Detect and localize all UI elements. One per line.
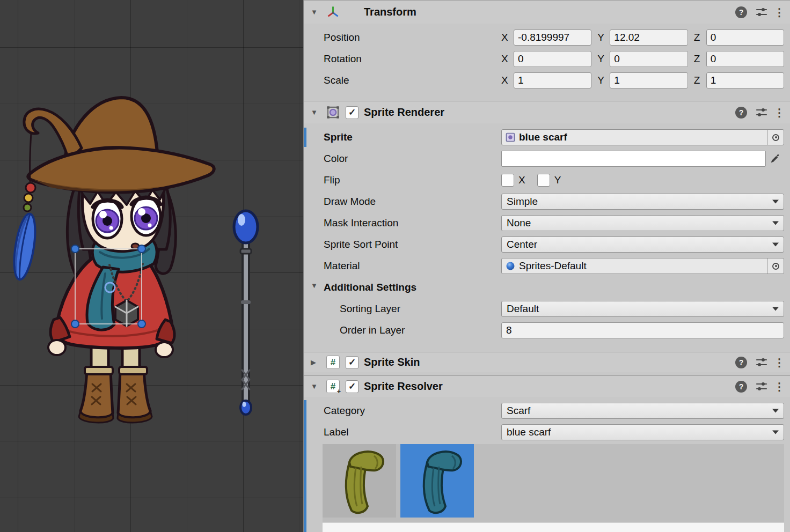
object-picker-icon[interactable] <box>767 258 784 274</box>
additional-settings-row[interactable]: ▼ Additional Settings <box>324 277 784 298</box>
sprite-label: Sprite <box>324 131 501 143</box>
corner-handle[interactable] <box>138 320 145 328</box>
axis-x-label: X <box>501 53 514 65</box>
order-in-layer-label: Order in Layer <box>324 324 501 336</box>
foldout-open-icon[interactable]: ▼ <box>311 282 318 290</box>
material-object-name: Sprites-Default <box>519 260 587 272</box>
help-icon[interactable]: ? <box>735 107 747 119</box>
corner-handle[interactable] <box>138 245 145 253</box>
sprite-object-field[interactable]: blue scarf <box>501 129 784 145</box>
scale-y-input[interactable]: 1 <box>610 72 687 88</box>
foldout-closed-icon[interactable]: ▶ <box>311 358 321 366</box>
flip-label: Flip <box>324 174 501 186</box>
color-label: Color <box>324 153 501 165</box>
component-title: Sprite Resolver <box>364 380 443 393</box>
sprite-renderer-header[interactable]: ▼ ✓ Sprite Renderer ? ⋮ <box>304 101 790 123</box>
sprite-resolver-header[interactable]: ▼ #+ ✓ Sprite Resolver ? ⋮ <box>304 375 790 397</box>
help-icon[interactable]: ? <box>735 6 747 18</box>
label-label: Label <box>324 426 501 438</box>
component-enabled-checkbox[interactable]: ✓ <box>346 356 359 369</box>
object-picker-icon[interactable] <box>767 130 784 145</box>
flip-y-checkbox[interactable] <box>537 174 550 187</box>
scale-label: Scale <box>324 75 501 86</box>
menu-icon[interactable]: ⋮ <box>774 380 784 393</box>
label-row: Label blue scarf <box>324 422 784 443</box>
mask-interaction-row: Mask Interaction None <box>324 212 784 234</box>
rotation-vector-field: X 0 Y 0 Z 0 <box>501 51 784 67</box>
chevron-down-icon <box>772 409 779 413</box>
sprite-thumbnail-green-scarf[interactable] <box>323 444 396 518</box>
rotation-label: Rotation <box>324 53 501 65</box>
sprite-thumbnail-blue-scarf[interactable] <box>400 444 474 518</box>
additional-settings-title: Additional Settings <box>324 282 416 293</box>
rotation-y-input[interactable]: 0 <box>610 51 687 67</box>
rotation-row: Rotation X 0 Y 0 Z 0 <box>324 48 784 70</box>
help-icon[interactable]: ? <box>735 381 747 393</box>
axis-z-label: Z <box>694 32 706 43</box>
transform-icon <box>326 5 340 19</box>
label-dropdown[interactable]: blue scarf <box>501 424 784 440</box>
scale-row: Scale X 1 Y 1 Z 1 <box>324 70 784 91</box>
staff-sprite[interactable] <box>234 211 258 415</box>
rotation-z-input[interactable]: 0 <box>706 51 784 67</box>
mask-interaction-value: None <box>507 217 531 229</box>
draw-mode-value: Simple <box>507 196 538 208</box>
corner-handle[interactable] <box>71 320 79 328</box>
axis-y-label: Y <box>597 53 610 65</box>
corner-handle[interactable] <box>71 245 79 253</box>
color-swatch[interactable] <box>501 151 766 167</box>
flip-x-checkbox[interactable] <box>501 174 514 187</box>
axis-x-label: X <box>501 32 514 43</box>
presets-icon[interactable] <box>755 380 768 393</box>
menu-icon[interactable]: ⋮ <box>774 106 784 119</box>
character-sprite[interactable] <box>11 98 214 423</box>
scale-z-input[interactable]: 1 <box>706 72 784 88</box>
component-title: Sprite Skin <box>364 356 420 368</box>
order-in-layer-row: Order in Layer 8 <box>324 320 784 341</box>
category-dropdown[interactable]: Scarf <box>501 403 784 419</box>
component-enabled-checkbox[interactable]: ✓ <box>346 380 359 393</box>
sprite-row: Sprite blue scarf <box>324 127 784 148</box>
foldout-open-icon[interactable]: ▼ <box>311 382 321 390</box>
help-icon[interactable]: ? <box>735 357 747 368</box>
unity-editor: ▼ Transform ? ⋮ Position X -0.8199997 Y … <box>0 0 790 532</box>
scene-canvas[interactable] <box>0 0 303 532</box>
material-object-field[interactable]: Sprites-Default <box>501 258 784 274</box>
category-row: Category Scarf <box>324 400 784 422</box>
script-plus-icon: #+ <box>326 379 340 394</box>
presets-icon[interactable] <box>755 356 768 369</box>
foldout-open-icon[interactable]: ▼ <box>311 8 321 16</box>
sprite-sort-point-dropdown[interactable]: Center <box>501 237 784 253</box>
horizontal-scrollbar[interactable] <box>323 522 784 532</box>
transform-header[interactable]: ▼ Transform ? ⋮ <box>304 0 790 24</box>
category-value: Scarf <box>507 405 530 417</box>
scene-view[interactable] <box>0 0 303 532</box>
position-label: Position <box>324 32 501 43</box>
sorting-layer-row: Sorting Layer Default <box>324 298 784 320</box>
override-indicator-bar <box>304 400 306 532</box>
position-z-input[interactable]: 0 <box>706 29 784 46</box>
axis-z-label: Z <box>694 53 706 65</box>
menu-icon[interactable]: ⋮ <box>774 356 784 369</box>
component-enabled-checkbox[interactable]: ✓ <box>346 106 359 119</box>
order-in-layer-input[interactable]: 8 <box>501 322 784 338</box>
position-y-input[interactable]: 12.02 <box>610 29 687 46</box>
sprite-sort-point-value: Center <box>507 239 537 250</box>
sprite-renderer-body: Sprite blue scarf Color <box>304 123 790 341</box>
foldout-open-icon[interactable]: ▼ <box>311 108 321 116</box>
eyedropper-icon[interactable] <box>766 151 784 167</box>
sorting-layer-dropdown[interactable]: Default <box>501 301 784 317</box>
menu-icon[interactable]: ⋮ <box>774 6 784 19</box>
position-x-input[interactable]: -0.8199997 <box>514 29 591 46</box>
presets-icon[interactable] <box>755 6 768 19</box>
mask-interaction-dropdown[interactable]: None <box>501 215 784 231</box>
component-title: Sprite Renderer <box>364 106 444 119</box>
presets-icon[interactable] <box>755 106 768 119</box>
scale-x-input[interactable]: 1 <box>514 72 591 88</box>
axis-y-label: Y <box>597 75 610 86</box>
rotation-x-input[interactable]: 0 <box>514 51 591 67</box>
draw-mode-dropdown[interactable]: Simple <box>501 194 784 210</box>
sorting-layer-label: Sorting Layer <box>324 303 501 315</box>
sprite-renderer-icon <box>326 105 340 120</box>
sprite-skin-header[interactable]: ▶ # ✓ Sprite Skin ? ⋮ <box>304 352 790 372</box>
